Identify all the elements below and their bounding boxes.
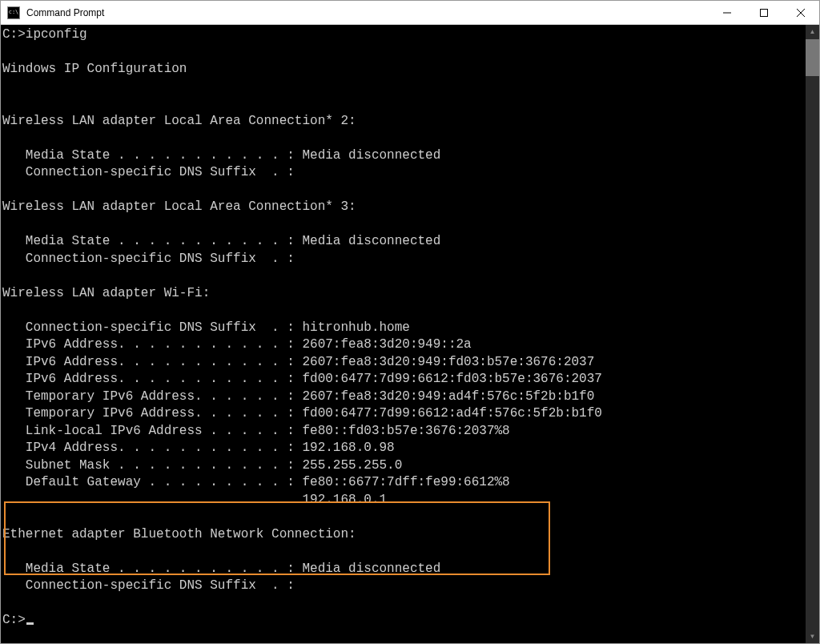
output-line: Link-local IPv6 Address . . . . . : fe80… — [2, 424, 510, 438]
output-line: Windows IP Configuration — [2, 62, 187, 76]
app-icon — [7, 6, 20, 19]
minimize-button[interactable] — [709, 1, 746, 25]
output-line: Media State . . . . . . . . . . . : Medi… — [2, 561, 440, 576]
maximize-button[interactable] — [746, 1, 782, 25]
output-line: Media State . . . . . . . . . . . : Medi… — [2, 234, 440, 248]
scroll-up-icon[interactable]: ▲ — [806, 25, 819, 38]
output-line: Wireless LAN adapter Wi-Fi: — [2, 286, 210, 300]
command-prompt-window: Command Prompt C:>ipconfig Windows IP Co… — [0, 0, 820, 644]
output-line: Connection-specific DNS Suffix . : — [2, 165, 295, 179]
svg-rect-1 — [761, 9, 768, 16]
titlebar[interactable]: Command Prompt — [1, 1, 819, 25]
output-line: Temporary IPv6 Address. . . . . . : 2607… — [2, 389, 594, 404]
scrollbar-thumb[interactable] — [806, 39, 819, 76]
output-line: Media State . . . . . . . . . . . : Medi… — [2, 148, 440, 163]
output-line: Connection-specific DNS Suffix . : — [2, 252, 295, 266]
vertical-scrollbar[interactable]: ▲ ▼ — [806, 25, 819, 643]
output-line: Wireless LAN adapter Local Area Connecti… — [2, 114, 356, 128]
maximize-icon — [760, 9, 768, 17]
minimize-icon — [723, 9, 731, 17]
output-line: IPv6 Address. . . . . . . . . . . : 2607… — [2, 337, 472, 352]
output-line: 192.168.0.1 — [2, 493, 387, 507]
window-controls — [709, 1, 819, 25]
terminal-output[interactable]: C:>ipconfig Windows IP Configuration Wir… — [1, 25, 806, 643]
prompt-line: C:> — [2, 613, 26, 627]
output-line: Temporary IPv6 Address. . . . . . : fd00… — [2, 406, 602, 421]
output-line: Connection-specific DNS Suffix . : — [2, 578, 295, 593]
window-title: Command Prompt — [26, 7, 104, 18]
output-line: Default Gateway . . . . . . . . . : fe80… — [2, 475, 510, 489]
output-line: Ethernet adapter Bluetooth Network Conne… — [2, 527, 356, 541]
terminal-area: C:>ipconfig Windows IP Configuration Wir… — [1, 25, 819, 643]
close-button[interactable] — [782, 1, 819, 25]
cursor-icon — [26, 622, 34, 625]
output-line: IPv4 Address. . . . . . . . . . . : 192.… — [2, 441, 395, 455]
output-line: Subnet Mask . . . . . . . . . . . : 255.… — [2, 458, 402, 473]
output-line: IPv6 Address. . . . . . . . . . . : 2607… — [2, 355, 594, 369]
scroll-down-icon[interactable]: ▼ — [806, 630, 819, 643]
output-line: Connection-specific DNS Suffix . : hitro… — [2, 320, 410, 335]
prompt-line: C:>ipconfig — [2, 27, 87, 42]
close-icon — [797, 9, 805, 17]
output-line: IPv6 Address. . . . . . . . . . . : fd00… — [2, 372, 602, 386]
output-line: Wireless LAN adapter Local Area Connecti… — [2, 199, 356, 214]
